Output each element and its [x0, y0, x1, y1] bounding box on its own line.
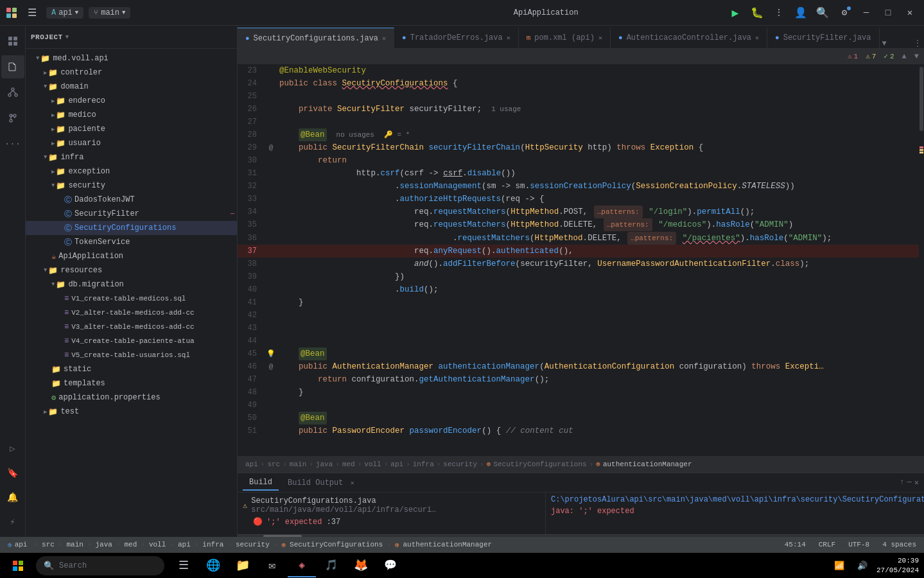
- build-warning-item[interactable]: ⚠ SecutiryConfigurations.java src/main/j…: [243, 495, 540, 516]
- settings-button[interactable]: ⚙: [835, 4, 853, 22]
- vcs-selector[interactable]: ⑂ main ▼: [89, 7, 130, 19]
- tree-item-infra[interactable]: ▼ 📁 infra: [26, 150, 237, 164]
- activity-notifications-icon[interactable]: 🔔: [1, 486, 24, 509]
- panel-expand-button[interactable]: ↑: [900, 478, 904, 487]
- activity-run-icon[interactable]: ▷: [1, 437, 24, 460]
- breadcrumb-infra[interactable]: infra: [413, 460, 434, 468]
- tree-item-templates[interactable]: 📁 templates: [26, 376, 237, 390]
- breadcrumb-security[interactable]: security: [443, 460, 477, 468]
- taskbar-sound-icon[interactable]: 🔊: [853, 557, 871, 575]
- project-selector[interactable]: A api ▼: [46, 7, 83, 19]
- scrollbar-map[interactable]: [919, 64, 924, 456]
- activity-bookmarks-icon[interactable]: 🔖: [1, 461, 24, 484]
- breadcrumb-api2[interactable]: api: [390, 460, 403, 468]
- panel-close-button[interactable]: ✕: [914, 478, 919, 487]
- breadcrumb-voll[interactable]: voll: [364, 460, 381, 468]
- build-error-item[interactable]: 🔴 ';' expected :37: [243, 516, 540, 528]
- tree-item-v1sql[interactable]: ≡ V1_create-table-medicos.sql: [26, 292, 237, 306]
- taskbar-app-explorer[interactable]: 📁: [229, 554, 257, 577]
- taskbar-app-firefox[interactable]: 🦊: [347, 554, 375, 577]
- build-error-path[interactable]: C:\projetosAlura\api\src\main\java\med\v…: [551, 495, 919, 504]
- tree-item-v5sql[interactable]: ≡ V5_create-table-usuarios.sql: [26, 348, 237, 362]
- status-position[interactable]: 45:14: [782, 541, 808, 548]
- tab-overflow-button[interactable]: ▼: [880, 39, 889, 48]
- breadcrumb-med[interactable]: med: [342, 460, 355, 468]
- taskbar-app-music[interactable]: 🎵: [317, 554, 345, 577]
- tree-item-v4sql[interactable]: ≡ V4_create-table-paciente-atua: [26, 334, 237, 348]
- menu-button[interactable]: ☰: [23, 4, 41, 22]
- tree-item-endereco[interactable]: ▶ 📁 endereco: [26, 94, 237, 108]
- breadcrumb-api[interactable]: api: [245, 460, 258, 468]
- tree-item-controler[interactable]: ▶ 📁 controler: [26, 66, 237, 80]
- warning-count-badge[interactable]: ⚠ 7: [866, 52, 876, 60]
- tab-pom-xml[interactable]: m pom.xml (api) ✕: [519, 28, 611, 48]
- activity-files-icon[interactable]: [1, 55, 24, 78]
- debug-button[interactable]: 🐛: [748, 4, 766, 22]
- more-options-button[interactable]: ⋮: [770, 4, 788, 22]
- taskbar-app-edge[interactable]: 🌐: [199, 554, 227, 577]
- ok-count-badge[interactable]: ✓ 2: [884, 52, 894, 60]
- search-button[interactable]: 🔍: [814, 4, 832, 22]
- panel-minimize-button[interactable]: ─: [907, 478, 912, 487]
- tree-item-dadostokenjwt[interactable]: Ⓒ DadosTokenJWT: [26, 193, 237, 207]
- activity-git-icon[interactable]: [1, 107, 24, 130]
- activity-structure-icon[interactable]: [1, 81, 24, 104]
- tree-item-usuario[interactable]: ▶ 📁 usuario: [26, 136, 237, 150]
- tab-secutiry-configurations[interactable]: ● SecutiryConfigurations.java ✕: [238, 28, 394, 48]
- taskbar-app-mail[interactable]: ✉: [258, 554, 286, 577]
- tab-tratador-de-erros[interactable]: ● TratadorDeErros.java ✕: [394, 28, 519, 48]
- code-editor[interactable]: 23 @EnableWebSecurity 24 public class Se…: [238, 64, 919, 456]
- tree-item-paciente[interactable]: ▶ 📁 paciente: [26, 122, 237, 136]
- breadcrumb-class[interactable]: SecutiryConfigurations: [493, 460, 586, 468]
- tree-item-security[interactable]: ▼ 📁 security: [26, 179, 237, 193]
- build-output-close-icon[interactable]: ✕: [351, 480, 354, 487]
- breadcrumb-main[interactable]: main: [290, 460, 306, 468]
- tree-item-exception[interactable]: ▶ 📁 exception: [26, 164, 237, 179]
- tree-item-static[interactable]: 📁 static: [26, 362, 237, 376]
- error-count-badge[interactable]: ⚠ 1: [848, 52, 858, 60]
- tree-item-v3sql[interactable]: ≡ V3_alter-table-medicos-add-cc: [26, 320, 237, 334]
- breadcrumb-src[interactable]: src: [267, 460, 280, 468]
- tree-item-v2sql[interactable]: ≡ V2_alter-table-medicos-add-cc: [26, 306, 237, 320]
- tab-close-icon[interactable]: ✕: [598, 34, 602, 42]
- activity-more-icon[interactable]: ···: [1, 132, 24, 155]
- tab-security-filter[interactable]: ● SecurityFilter.java: [767, 28, 879, 48]
- tree-item-resources[interactable]: ▼ 📁 resources: [26, 263, 237, 277]
- taskbar-app-intellij[interactable]: ◈: [288, 554, 316, 577]
- activity-project-icon[interactable]: [1, 30, 24, 53]
- tab-close-icon[interactable]: ✕: [507, 34, 510, 42]
- taskbar-network-icon[interactable]: 📶: [830, 557, 848, 575]
- tab-options-button[interactable]: ⋮: [911, 39, 924, 48]
- taskbar-app-discord[interactable]: 💬: [376, 554, 405, 577]
- close-button[interactable]: ✕: [901, 4, 919, 22]
- nav-down-button[interactable]: ▼: [914, 52, 919, 61]
- file-tree[interactable]: ▼ 📁 med.voll.api ▶ 📁 controler ▼ 📁 domai…: [26, 49, 237, 537]
- breadcrumb-java[interactable]: java: [316, 460, 333, 468]
- status-api[interactable]: ⊕ api: [5, 541, 30, 549]
- tree-item-tokenservice[interactable]: Ⓒ TokenService: [26, 235, 237, 249]
- tree-item-securityfilter[interactable]: Ⓒ SecurityFilter ─: [26, 207, 237, 221]
- minimize-button[interactable]: ─: [857, 4, 875, 22]
- tree-item-db-migration[interactable]: ▼ 📁 db.migration: [26, 277, 237, 292]
- tab-close-icon[interactable]: ✕: [382, 35, 386, 42]
- status-indent[interactable]: 4 spaces: [880, 541, 919, 548]
- tree-item-medico[interactable]: ▶ 📁 medico: [26, 108, 237, 122]
- tree-item-appprops[interactable]: ⚙ application.properties: [26, 390, 237, 405]
- tab-autenticacao-controller[interactable]: ● AutenticacaoController.java ✕: [611, 28, 767, 48]
- maximize-button[interactable]: □: [879, 4, 897, 22]
- scrollbar-thumb[interactable]: [920, 67, 923, 131]
- status-line-ending[interactable]: CRLF: [816, 541, 838, 548]
- status-encoding[interactable]: UTF-8: [846, 541, 872, 548]
- tab-close-icon[interactable]: ✕: [755, 34, 759, 42]
- tree-item-secutiryconfigurations[interactable]: Ⓒ SecutiryConfigurations: [26, 221, 237, 235]
- windows-start-button[interactable]: [3, 554, 33, 577]
- tree-item-domain[interactable]: ▼ 📁 domain: [26, 80, 237, 94]
- taskbar-time[interactable]: 20:39 27/05/2024: [876, 556, 919, 575]
- breadcrumb-method[interactable]: authenticationManager: [603, 460, 692, 468]
- tree-item-test[interactable]: ▶ 📁 test: [26, 405, 237, 419]
- tree-item-med-voll-api[interactable]: ▼ 📁 med.voll.api: [26, 51, 237, 66]
- activity-plugins-icon[interactable]: ⚡: [1, 510, 24, 533]
- taskbar-app-taskview[interactable]: ☰: [170, 554, 198, 577]
- run-button[interactable]: ▶: [726, 4, 744, 22]
- build-tab[interactable]: Build: [243, 475, 279, 491]
